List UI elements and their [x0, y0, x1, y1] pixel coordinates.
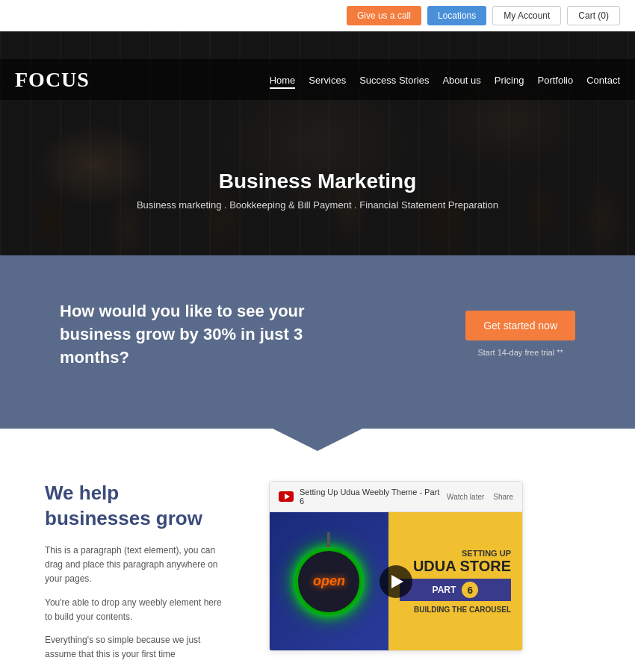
locations-button[interactable]: Locations: [427, 6, 486, 25]
cta-area: Get started now Start 14-day free trial …: [465, 311, 575, 358]
nav-success-stories[interactable]: Success Stories: [359, 75, 429, 87]
account-button[interactable]: My Account: [492, 6, 561, 25]
top-bar: Give us a call Locations My Account Cart…: [0, 0, 635, 31]
store-name-label: UDUA STORE: [400, 558, 511, 574]
open-sign: open: [295, 548, 362, 615]
video-card: Setting Up Udua Weebly Theme - Part 6 Wa…: [269, 481, 523, 651]
blue-cta-section: How would you like to see your business …: [0, 255, 635, 429]
thumbnail-left: open: [270, 512, 388, 650]
setting-up-label: SETTING UP: [400, 549, 511, 558]
video-actions: Watch later Share: [447, 493, 513, 501]
part-label: PART: [433, 585, 456, 595]
part-bar: PART 6: [400, 579, 511, 601]
nav-portfolio[interactable]: Portfolio: [537, 75, 573, 87]
open-sign-text: open: [313, 573, 345, 589]
building-label: BUILDING THE CAROUSEL: [400, 606, 511, 614]
paragraph-1: This is a paragraph (text element), you …: [45, 544, 224, 587]
share-label[interactable]: Share: [493, 493, 513, 501]
nav-links: Home Services Success Stories About us P…: [270, 73, 620, 87]
nav-about[interactable]: About us: [442, 75, 480, 87]
left-content: We help businesses grow This is a paragr…: [45, 481, 224, 671]
cart-button[interactable]: Cart (0): [567, 6, 620, 25]
hero-title: Business Marketing: [0, 169, 635, 193]
video-thumbnail[interactable]: open SETTING UP UDUA STORE PART 6 BUILDI…: [270, 512, 522, 650]
video-top-bar: Setting Up Udua Weebly Theme - Part 6 Wa…: [270, 482, 522, 512]
get-started-button[interactable]: Get started now: [465, 311, 575, 340]
navigation: FOCUS Home Services Success Stories Abou…: [0, 59, 635, 100]
paragraph-2: You're able to drop any weebly element h…: [45, 596, 224, 624]
nav-contact[interactable]: Contact: [586, 75, 620, 87]
section-heading: We help businesses grow: [45, 481, 224, 532]
play-button[interactable]: [380, 565, 412, 598]
logo[interactable]: FOCUS: [15, 68, 90, 92]
white-section: We help businesses grow This is a paragr…: [0, 429, 635, 672]
video-title: Setting Up Udua Weebly Theme - Part 6: [300, 488, 441, 505]
hero-content: Business Marketing Business marketing . …: [0, 169, 635, 211]
nav-pricing[interactable]: Pricing: [495, 75, 524, 87]
hero-subtitle: Business marketing . Bookkeeping & Bill …: [0, 199, 635, 211]
trial-text: Start 14-day free trial **: [477, 348, 563, 357]
youtube-icon: [279, 491, 294, 502]
hero-section: FOCUS Home Services Success Stories Abou…: [0, 31, 635, 255]
nav-services[interactable]: Services: [309, 75, 346, 87]
watch-later-label[interactable]: Watch later: [447, 493, 484, 501]
paragraph-3: Everything's so simple because we just a…: [45, 633, 224, 662]
call-button[interactable]: Give us a call: [347, 6, 421, 25]
nav-home[interactable]: Home: [270, 75, 296, 89]
blue-heading: How would you like to see your business …: [60, 300, 344, 369]
part-number: 6: [462, 582, 478, 598]
